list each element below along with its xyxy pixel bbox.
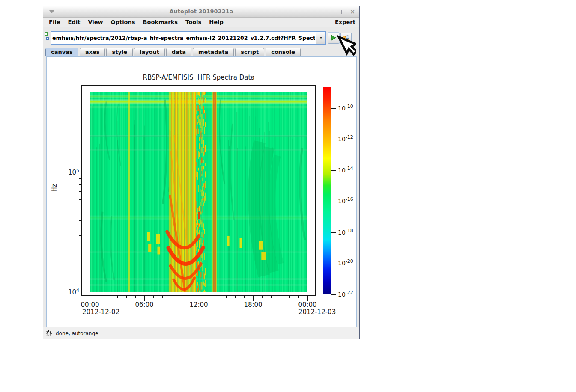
autoplot-window: Autoplot 20190221a – + × File Edit View … (43, 6, 360, 339)
tab-style[interactable]: style (106, 48, 133, 56)
menu-file[interactable]: File (45, 19, 64, 25)
colorbar-tick-label: 10-10 (338, 104, 353, 112)
play-icon (330, 34, 337, 41)
tab-layout[interactable]: layout (134, 48, 165, 56)
close-button[interactable]: × (350, 8, 355, 15)
minimize-button[interactable]: – (330, 8, 333, 15)
window-title: Autoplot 20190221a (43, 8, 359, 15)
uri-input[interactable] (51, 32, 316, 44)
plot-title: RBSP-A/EMFISIS HFR Spectra Data (113, 74, 284, 81)
tab-data[interactable]: data (166, 48, 191, 56)
menu-help[interactable]: Help (205, 19, 227, 25)
colorbar-tick-label: 10-12 (338, 134, 353, 143)
busy-spinner-icon (45, 330, 52, 337)
x-date-label: 2012-12-02 (82, 308, 119, 316)
uri-combobox: ▼ (51, 31, 326, 45)
title-bar[interactable]: Autoplot 20190221a – + × (43, 6, 359, 18)
colorbar-tick-label: 10-14 (338, 166, 353, 174)
x-tick-label: 12:00 (184, 301, 214, 309)
status-bar: done, autorange (43, 327, 359, 339)
spectrogram-image[interactable] (90, 92, 307, 292)
menu-options[interactable]: Options (107, 19, 139, 25)
menu-tools[interactable]: Tools (182, 19, 205, 25)
data-source-icon (45, 32, 51, 42)
colorbar-tick-label: 10-18 (338, 228, 353, 236)
menu-view[interactable]: View (84, 19, 107, 25)
colorbar[interactable] (323, 87, 331, 294)
browse-file-button[interactable] (340, 33, 352, 44)
status-message: done, autorange (56, 330, 98, 336)
x-tick-label: 18:00 (238, 301, 268, 309)
y-axis-label: Hz (51, 178, 58, 197)
x-tick-label: 00:00 (75, 301, 105, 309)
expert-mode-label[interactable]: Expert (335, 19, 359, 25)
x-tick-label: 06:00 (129, 301, 159, 309)
menu-bookmarks[interactable]: Bookmarks (139, 19, 182, 25)
plot-go-button[interactable] (328, 33, 339, 44)
tab-canvas[interactable]: canvas (45, 48, 78, 56)
colorbar-tick-label: 10-16 (338, 196, 353, 205)
menu-bar: File Edit View Options Bookmarks Tools H… (43, 18, 359, 27)
folder-inspect-icon (342, 34, 350, 42)
maximize-button[interactable]: + (339, 8, 344, 15)
menu-edit[interactable]: Edit (64, 19, 84, 25)
colorbar-tick-label: 10-22 (338, 290, 353, 298)
spectra-plot: RBSP-A/EMFISIS HFR Spectra Data Hz 105 1… (47, 57, 356, 327)
tab-script[interactable]: script (235, 48, 264, 56)
x-date-label: 2012-12-03 (298, 308, 336, 316)
uri-toolbar: ▼ (43, 27, 359, 48)
uri-dropdown-button[interactable]: ▼ (316, 32, 325, 44)
colorbar-tick-label: 10-20 (338, 258, 353, 267)
plot-canvas-panel: RBSP-A/EMFISIS HFR Spectra Data Hz 105 1… (46, 56, 357, 328)
tab-metadata[interactable]: metadata (193, 48, 234, 56)
tab-console[interactable]: console (266, 48, 301, 56)
x-tick-label: 00:00 (292, 301, 322, 309)
y-tick-label: 104 (61, 288, 79, 296)
y-tick-label: 105 (61, 168, 79, 176)
tab-axes[interactable]: axes (80, 48, 105, 56)
tab-bar: canvas axes style layout data metadata s… (45, 48, 302, 56)
